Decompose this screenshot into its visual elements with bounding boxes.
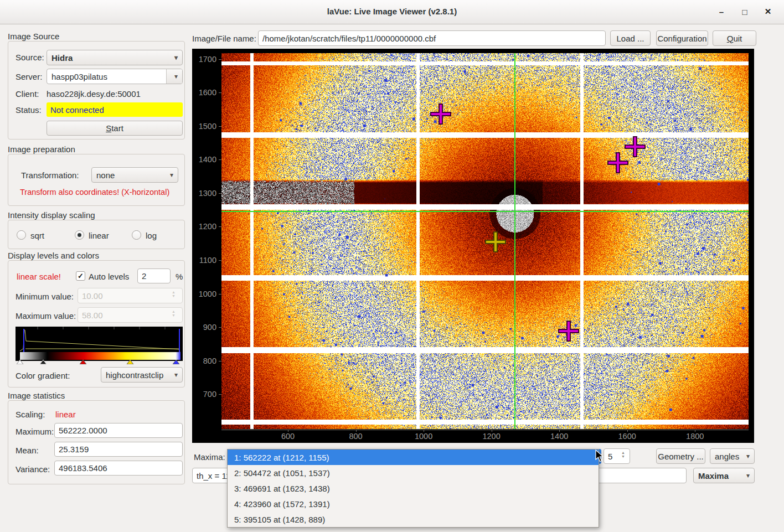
server-combobox[interactable]: haspp03pilatus ▾ bbox=[47, 69, 183, 84]
linear-scale-note: linear scale! bbox=[17, 272, 61, 281]
spin-up-icon[interactable]: ▲ bbox=[621, 451, 625, 454]
transformation-select[interactable]: none ▾ bbox=[91, 167, 178, 183]
source-label: Source: bbox=[16, 53, 44, 62]
mean-stat-label: Mean: bbox=[16, 446, 39, 455]
radio-sqrt-label: sqrt bbox=[30, 231, 44, 240]
variance-stat-input[interactable] bbox=[54, 461, 183, 476]
chevron-down-icon[interactable]: ▾ bbox=[166, 69, 182, 84]
radio-log[interactable] bbox=[132, 230, 141, 240]
transform-warning: Transform also coordinates! (X-horizonta… bbox=[20, 188, 169, 197]
y-axis-tick-label: 700 bbox=[192, 390, 216, 399]
x-axis-tick-label: 1000 bbox=[415, 432, 432, 441]
check-icon: ✓ bbox=[78, 272, 84, 280]
color-gradient-label: Color gradient: bbox=[16, 371, 70, 380]
scaling-value: linear bbox=[55, 410, 76, 419]
auto-levels-checkbox[interactable]: ✓ bbox=[76, 271, 85, 281]
x-axis-tick-label: 1800 bbox=[686, 432, 704, 441]
maxima-option[interactable]: 2: 504472 at (1051, 1537) bbox=[228, 465, 599, 481]
chevron-down-icon: ▾ bbox=[170, 171, 173, 179]
chevron-down-icon: ▾ bbox=[174, 54, 178, 61]
minimum-value-input bbox=[78, 288, 183, 303]
units-select[interactable]: angles ▾ bbox=[710, 448, 755, 464]
color-gradient-bar bbox=[20, 352, 180, 360]
spin-down-icon: ▼ bbox=[172, 313, 176, 317]
spin-down-icon: ▼ bbox=[172, 294, 176, 298]
maximize-icon[interactable]: □ bbox=[737, 4, 752, 19]
minimum-value-label: Minimum value: bbox=[16, 292, 74, 301]
maxima-count-input[interactable] bbox=[604, 448, 630, 464]
configuration-button[interactable]: Configuration bbox=[656, 30, 708, 46]
chevron-down-icon: ▾ bbox=[174, 371, 178, 379]
file-name-label: Image/File name: bbox=[192, 34, 256, 43]
y-axis-tick-label: 1200 bbox=[192, 222, 216, 231]
percent-sign: % bbox=[176, 272, 183, 281]
auto-levels-label: Auto levels bbox=[89, 272, 129, 281]
levels-histogram[interactable] bbox=[16, 327, 183, 364]
load-button[interactable]: Load ... bbox=[610, 30, 651, 46]
geometry-button[interactable]: Geometry ... bbox=[656, 448, 705, 464]
detector-image-widget[interactable]: 6008001000120014001600180017001600150014… bbox=[192, 49, 754, 443]
y-axis-tick-label: 900 bbox=[192, 323, 216, 332]
mouse-cursor bbox=[595, 450, 605, 463]
radio-log-label: log bbox=[146, 231, 157, 240]
server-label: Server: bbox=[16, 72, 42, 81]
image-preparation-header: Image preparation bbox=[8, 144, 75, 154]
close-icon[interactable]: ✕ bbox=[761, 4, 775, 19]
client-label: Client: bbox=[16, 89, 39, 99]
status-badge: Not connected bbox=[47, 102, 183, 117]
auto-percent-input[interactable] bbox=[137, 268, 171, 283]
x-axis-tick-label: 800 bbox=[349, 432, 362, 441]
start-button[interactable]: Start bbox=[47, 121, 183, 136]
spin-up-icon: ▲ bbox=[172, 309, 176, 313]
x-axis-tick-label: 600 bbox=[281, 432, 295, 441]
maxima-option[interactable]: 3: 469691 at (1623, 1438) bbox=[228, 481, 599, 496]
x-axis-line bbox=[221, 430, 749, 430]
x-axis-tick-label: 1400 bbox=[550, 432, 568, 441]
maximum-value-input bbox=[78, 307, 183, 323]
maxima-option[interactable]: 1: 562222 at (1212, 1155) bbox=[228, 450, 599, 465]
status-label: Status: bbox=[16, 105, 42, 115]
maxima-option[interactable]: 5: 395105 at (1428, 889) bbox=[228, 512, 599, 527]
y-axis-tick-label: 1100 bbox=[192, 256, 216, 265]
file-name-input[interactable] bbox=[258, 30, 606, 46]
tool-select[interactable]: Maxima ▾ bbox=[693, 468, 755, 483]
maxima-option[interactable]: 4: 423960 at (1572, 1391) bbox=[228, 496, 599, 512]
y-axis-tick-label: 1300 bbox=[192, 189, 216, 198]
client-value: haso228jk.desy.de:50001 bbox=[47, 89, 141, 99]
quit-button[interactable]: Quit bbox=[713, 30, 756, 46]
y-axis-tick-label: 800 bbox=[192, 357, 216, 365]
y-axis-tick-label: 1400 bbox=[192, 155, 216, 164]
scaling-label: Scaling: bbox=[16, 410, 45, 419]
minimize-icon[interactable]: – bbox=[714, 4, 729, 19]
maximum-stat-label: Maximum: bbox=[16, 427, 54, 436]
image-statistics-header: Image statistics bbox=[8, 391, 65, 400]
color-gradient-select[interactable]: highcontrastclip ▾ bbox=[101, 367, 183, 383]
maximum-stat-input[interactable] bbox=[54, 423, 183, 438]
transformation-label: Transformation: bbox=[21, 171, 79, 180]
display-levels-header: Display levels and colors bbox=[8, 251, 99, 260]
chevron-down-icon: ▾ bbox=[746, 452, 750, 460]
mean-stat-input[interactable] bbox=[54, 442, 183, 457]
y-axis-tick-label: 1000 bbox=[192, 290, 216, 298]
variance-stat-label: Variance: bbox=[16, 464, 50, 474]
y-axis-tick-label: 1500 bbox=[192, 122, 216, 131]
intensity-header: Intensity display scaling bbox=[8, 210, 95, 220]
maxima-dropdown-popup: 1: 562222 at (1212, 1155)2: 504472 at (1… bbox=[227, 449, 599, 528]
y-axis-tick-label: 1700 bbox=[192, 55, 216, 64]
chevron-down-icon: ▾ bbox=[746, 472, 750, 479]
radio-linear-label: linear bbox=[89, 231, 109, 240]
x-axis-tick-label: 1200 bbox=[482, 432, 500, 441]
detector-image-canvas[interactable] bbox=[221, 53, 749, 429]
radio-sqrt[interactable] bbox=[17, 230, 26, 240]
source-select[interactable]: Hidra ▾ bbox=[47, 50, 183, 65]
maxima-label: Maxima: bbox=[194, 452, 225, 462]
image-source-header: Image Source bbox=[8, 32, 59, 41]
spin-down-icon[interactable]: ▼ bbox=[621, 454, 625, 458]
x-axis-tick-label: 1600 bbox=[618, 432, 636, 441]
spin-up-icon: ▲ bbox=[172, 290, 176, 294]
window-title: laVue: Live Image Viewer (v2.8.1) bbox=[0, 7, 784, 16]
y-axis-tick-label: 1600 bbox=[192, 88, 216, 97]
titlebar: laVue: Live Image Viewer (v2.8.1) – □ ✕ bbox=[0, 0, 784, 24]
radio-linear[interactable] bbox=[75, 230, 84, 240]
maximum-value-label: Maximum value: bbox=[16, 311, 76, 321]
